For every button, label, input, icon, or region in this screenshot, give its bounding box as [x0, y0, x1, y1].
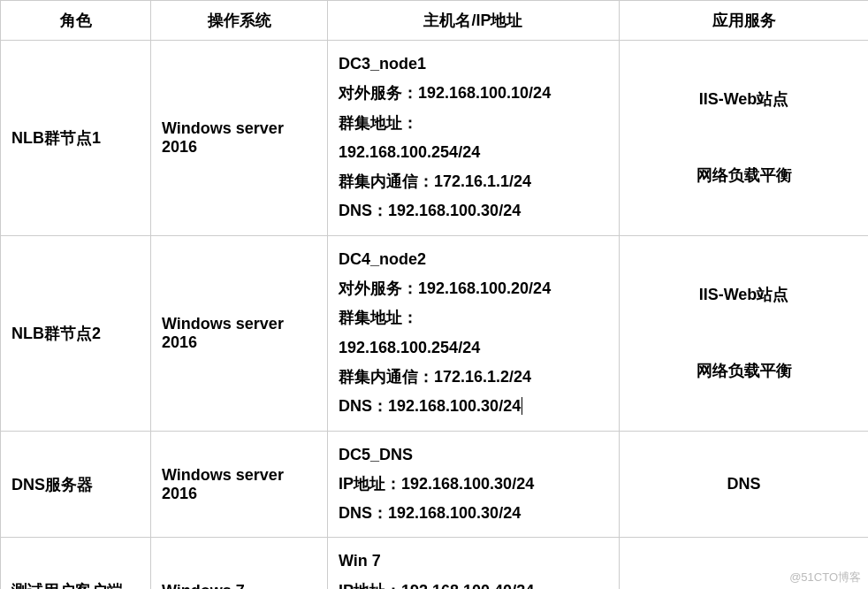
table-header-row: 角色 操作系统 主机名/IP地址 应用服务	[1, 1, 869, 41]
host-line: DNS：192.168.100.30/24	[339, 196, 608, 226]
cell-os: Windows server 2016	[151, 41, 328, 236]
host-line: IP地址：192.168.100.40/24	[339, 577, 608, 589]
host-line: 群集内通信：172.16.1.2/24	[339, 363, 608, 392]
app-line	[630, 119, 857, 157]
col-os: 操作系统	[151, 1, 328, 41]
host-line: 192.168.100.254/24	[339, 333, 608, 363]
app-line	[630, 314, 857, 352]
host-line: DNS：192.168.100.30/24	[339, 392, 608, 421]
col-role: 角色	[1, 1, 151, 41]
cell-host: DC4_node2 对外服务：192.168.100.20/24 群集地址： 1…	[328, 235, 620, 431]
cell-host: DC3_node1 对外服务：192.168.100.10/24 群集地址： 1…	[328, 41, 620, 236]
host-line: 对外服务：192.168.100.10/24	[339, 79, 608, 108]
host-line: Win 7	[339, 547, 608, 576]
host-line: 群集内通信：172.16.1.1/24	[339, 167, 608, 196]
text-cursor-icon	[522, 397, 522, 415]
host-line: DC5_DNS	[339, 440, 608, 470]
cell-role: DNS服务器	[1, 431, 151, 538]
config-table: 角色 操作系统 主机名/IP地址 应用服务 NLB群节点1 Windows se…	[0, 0, 868, 589]
host-line: 群集地址：	[339, 303, 608, 333]
cell-app: DNS	[620, 431, 869, 538]
host-line: 对外服务：192.168.100.20/24	[339, 274, 608, 303]
cell-role: NLB群节点1	[1, 41, 151, 236]
cell-os: Windows server 2016	[151, 235, 328, 431]
host-text: DNS：192.168.100.30/24	[339, 397, 521, 415]
app-line: 网络负载平衡	[630, 352, 857, 390]
cell-app: IIS-Web站点 网络负载平衡	[620, 235, 869, 431]
app-line: DNS	[630, 465, 857, 503]
app-line: 网络负载平衡	[630, 157, 857, 195]
host-line: 群集地址：	[339, 109, 608, 138]
host-line: 192.168.100.254/24	[339, 138, 608, 167]
table-row: NLB群节点2 Windows server 2016 DC4_node2 对外…	[1, 235, 869, 431]
cell-os: Windows 7	[151, 538, 328, 589]
col-app: 应用服务	[620, 1, 869, 41]
cell-role: 测试用户客户端	[1, 538, 151, 589]
host-line: DC4_node2	[339, 245, 608, 274]
host-line: DC3_node1	[339, 50, 608, 79]
table-row: NLB群节点1 Windows server 2016 DC3_node1 对外…	[1, 41, 869, 236]
table-row: DNS服务器 Windows server 2016 DC5_DNS IP地址：…	[1, 431, 869, 538]
cell-host: DC5_DNS IP地址：192.168.100.30/24 DNS：192.1…	[328, 431, 620, 538]
host-line: IP地址：192.168.100.30/24	[339, 470, 608, 499]
cell-host: Win 7 IP地址：192.168.100.40/24 DNS：192.168…	[328, 538, 620, 589]
cell-role: NLB群节点2	[1, 235, 151, 431]
table-row: 测试用户客户端 Windows 7 Win 7 IP地址：192.168.100…	[1, 538, 869, 589]
cell-os: Windows server 2016	[151, 431, 328, 538]
watermark-text: @51CTO博客	[789, 570, 861, 585]
host-line: DNS：192.168.100.30/24	[339, 499, 608, 528]
cell-app: IIS-Web站点 网络负载平衡	[620, 41, 869, 236]
app-line: IIS-Web站点	[630, 276, 857, 314]
col-host: 主机名/IP地址	[328, 1, 620, 41]
app-line: IIS-Web站点	[630, 80, 857, 119]
